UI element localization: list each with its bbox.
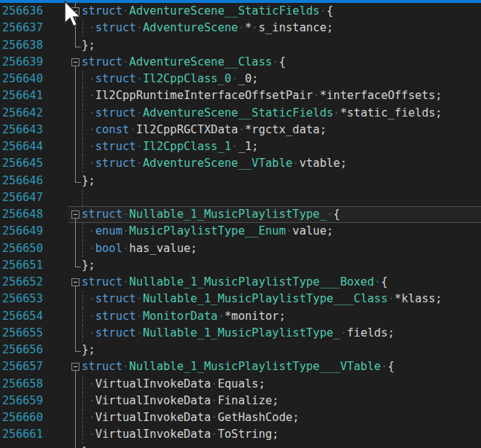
fold-collapse-icon[interactable] [71,58,79,66]
whitespace-dots: · [82,292,95,305]
whitespace-dots: · [136,326,143,339]
plain-token: }; [82,343,95,356]
type-token: Nullable_1_MusicPlaylistType___Class [143,292,388,305]
code-line[interactable]: 256640 ·struct·Il2CppClass_0·_0; [0,71,481,87]
code-text: ·struct·Il2CppClass_0·_0; [82,71,481,87]
code-line[interactable]: 256655 ·struct·Nullable_1_MusicPlaylistT… [0,325,481,342]
keyword-token: struct [95,157,136,170]
fold-margin [66,206,82,223]
code-line[interactable]: 256660 ·VirtualInvokeData·GetHashCode; [0,409,481,426]
whitespace-dots: · [122,208,129,221]
code-text: struct·AdventureScene__StaticFields·{ [82,3,481,20]
code-text: }; [82,37,481,54]
code-text: ·const·Il2CppRGCTXData·*rgctx_data; [82,122,481,138]
code-line[interactable]: 256658 ·VirtualInvokeData·Equals; [0,376,481,393]
code-text: ·struct·Nullable_1_MusicPlaylistType___C… [82,291,481,307]
line-number: 256653 [0,291,66,307]
whitespace-dots: · [122,242,129,255]
whitespace-dots: · [374,275,380,288]
fold-scope-line [75,393,76,409]
type-token: Il2CppClass_1 [143,140,231,153]
fold-margin [66,122,82,138]
fold-scope-line [75,87,76,104]
code-line[interactable]: 256654 ·struct·MonitorData·*monitor; [0,308,481,325]
whitespace-dots: · [211,428,217,441]
code-line[interactable]: 256647 [0,189,481,206]
code-line[interactable]: 256651}; [0,257,481,274]
whitespace-dots: · [292,157,299,170]
plain-token: _1; [238,140,259,153]
code-line[interactable]: } [0,444,481,448]
whitespace-dots: · [211,394,217,407]
code-line[interactable]: 256652struct·Nullable_1_MusicPlaylistTyp… [0,274,481,291]
code-line[interactable]: 256646}; [0,173,481,189]
code-text: }; [82,173,481,189]
code-line[interactable]: 256638}; [0,37,481,54]
fold-collapse-icon[interactable] [71,211,79,219]
plain-token: * [245,21,251,34]
fold-margin [66,291,82,307]
fold-scope-line [75,122,76,138]
code-text: struct·Nullable_1_MusicPlaylistType___Bo… [82,274,481,291]
fold-margin [66,223,82,240]
line-number: 256652 [0,274,66,291]
code-line[interactable]: 256645 ·struct·AdventureScene__VTable·vt… [0,155,481,172]
code-line[interactable]: 256639struct·AdventureScene__Class·{ [0,54,481,71]
line-number: 256661 [0,426,66,443]
code-text: struct·AdventureScene__Class·{ [82,54,481,71]
line-number: 256640 [0,71,66,87]
keyword-token: struct [95,140,136,153]
line-number: 256651 [0,257,66,274]
code-line[interactable]: 256644 ·struct·Il2CppClass_1·_1; [0,138,481,155]
whitespace-dots: · [286,224,292,237]
line-number: 256637 [0,20,66,36]
fold-margin [66,173,82,189]
line-number: 256647 [0,189,66,206]
code-line[interactable]: 256643 ·const·Il2CppRGCTXData·*rgctx_dat… [0,122,481,138]
code-line[interactable]: 256648struct·Nullable_1_MusicPlaylistTyp… [0,206,481,223]
code-editor[interactable]: 256636struct·AdventureScene__StaticField… [0,3,481,448]
whitespace-dots: · [82,72,95,85]
code-line[interactable]: 256653 ·struct·Nullable_1_MusicPlaylistT… [0,291,481,307]
code-line[interactable]: 256642 ·struct·AdventureScene__StaticFie… [0,105,481,122]
type-token: MusicPlaylistType__Enum [129,224,286,237]
code-line[interactable]: 256641 ·Il2CppRuntimeInterfaceOffsetPair… [0,87,481,104]
line-number: 256645 [0,155,66,172]
plain-token: Finalize; [218,394,279,407]
keyword-token: struct [95,326,136,339]
whitespace-dots: · [136,72,143,85]
keyword-token: struct [82,4,122,17]
line-number: 256646 [0,173,66,189]
line-number: 256644 [0,138,66,155]
line-number: 256636 [0,3,66,20]
plain-token: fields; [347,326,394,339]
type-token: Il2CppClass_0 [143,72,231,85]
fold-margin [66,155,82,172]
whitespace-dots: · [122,4,129,17]
fold-collapse-icon[interactable] [71,278,79,286]
line-number: 256638 [0,37,66,54]
code-line[interactable]: 256657struct·Nullable_1_MusicPlaylistTyp… [0,358,481,375]
whitespace-dots: · [82,242,95,255]
code-text: ·VirtualInvokeData·GetHashCode; [82,409,481,426]
code-text: ·VirtualInvokeData·Finalize; [82,393,481,409]
minus-glyph [74,214,77,215]
code-text: struct·Nullable_1_MusicPlaylistType_·{ [82,206,481,223]
code-line[interactable]: 256650 ·bool·has_value; [0,240,481,257]
code-line[interactable]: 256656}; [0,342,481,358]
fold-margin [66,189,82,206]
line-number: 256648 [0,206,66,223]
plain-token: VirtualInvokeData [95,394,211,407]
line-number: 256655 [0,325,66,342]
line-number: 256649 [0,223,66,240]
whitespace-dots: · [136,310,143,323]
plain-token: *interfaceOffsets; [320,89,442,102]
fold-collapse-icon[interactable] [71,363,79,371]
type-token: AdventureScene__StaticFields [143,106,333,119]
code-line[interactable]: 256649 ·enum·MusicPlaylistType__Enum·val… [0,223,481,240]
code-line[interactable]: 256661 ·VirtualInvokeData·ToString; [0,426,481,443]
fold-scope-end-corner [75,257,81,267]
whitespace-dots: · [136,157,143,170]
code-line[interactable]: 256659 ·VirtualInvokeData·Finalize; [0,393,481,409]
type-token: MonitorData [143,310,218,323]
